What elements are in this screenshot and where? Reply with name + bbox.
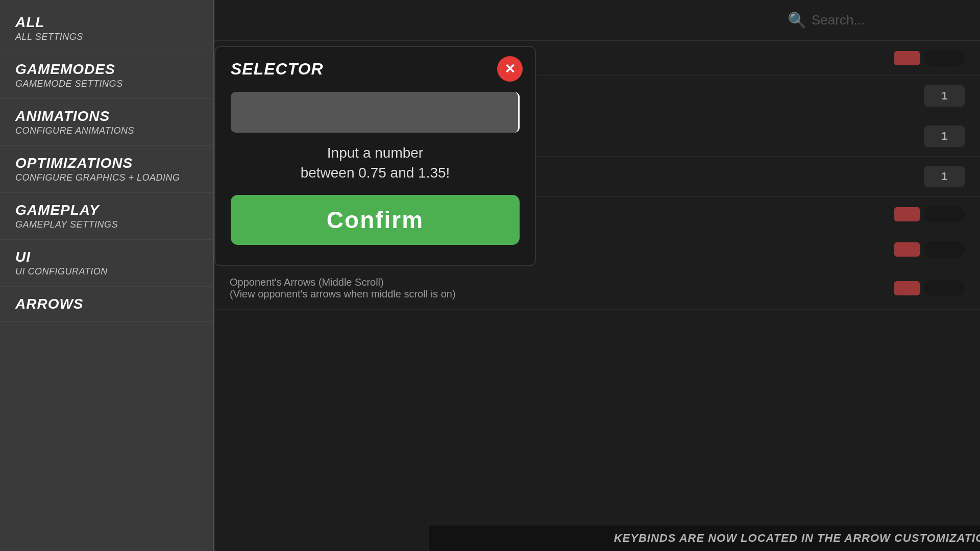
- sidebar-item-animations[interactable]: Animations Configure Animations: [0, 99, 213, 146]
- sidebar-item-ui-subtitle: UI Configuration: [15, 266, 198, 277]
- sidebar-item-gameplay-title: Gameplay: [15, 202, 198, 218]
- sidebar-item-gamemodes-subtitle: Gamemode Settings: [15, 79, 198, 89]
- sidebar-item-arrows[interactable]: Arrows: [0, 287, 213, 322]
- sidebar-item-ui-title: UI: [15, 249, 198, 265]
- sidebar-item-ui[interactable]: UI UI Configuration: [0, 240, 213, 287]
- sidebar-item-gamemodes-title: Gamemodes: [15, 61, 198, 78]
- sidebar-item-animations-subtitle: Configure Animations: [15, 126, 198, 136]
- sidebar-item-optimizations[interactable]: Optimizations Configure Graphics + Loadi…: [0, 146, 213, 193]
- modal-hint: Input a numberbetween 0.75 and 1.35!: [231, 143, 520, 183]
- modal-title: Selector: [231, 60, 324, 79]
- sidebar-item-arrows-title: Arrows: [15, 296, 198, 312]
- sidebar-item-optimizations-subtitle: Configure Graphics + Loading: [15, 172, 198, 183]
- confirm-button[interactable]: Confirm: [231, 195, 520, 245]
- modal-close-button[interactable]: ✕: [497, 56, 523, 82]
- modal-input-wrap: [231, 92, 520, 133]
- sidebar-item-all[interactable]: All All Settings: [0, 5, 213, 52]
- sidebar-item-gameplay-subtitle: Gameplay Settings: [15, 219, 198, 230]
- modal-header: Selector ✕: [215, 47, 535, 87]
- modal: Selector ✕ Input a numberbetween 0.75 an…: [214, 46, 536, 266]
- sidebar-item-animations-title: Animations: [15, 108, 198, 124]
- sidebar-item-optimizations-title: Optimizations: [15, 155, 198, 171]
- sidebar-item-gamemodes[interactable]: Gamemodes Gamemode Settings: [0, 52, 213, 99]
- modal-number-input[interactable]: [231, 92, 520, 133]
- sidebar-item-all-title: All: [15, 14, 198, 31]
- sidebar-item-gameplay[interactable]: Gameplay Gameplay Settings: [0, 193, 213, 240]
- sidebar: All All Settings Gamemodes Gamemode Sett…: [0, 0, 214, 551]
- sidebar-item-all-subtitle: All Settings: [15, 32, 198, 42]
